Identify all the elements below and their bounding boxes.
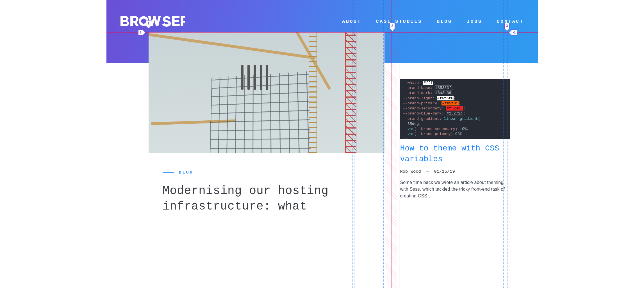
eyebrow-line-icon (163, 172, 174, 173)
nav-case-studies[interactable]: CASE STUDIES (376, 19, 422, 24)
meta-separator: — (426, 169, 429, 174)
nav-jobs[interactable]: JOBS (467, 19, 482, 24)
featured-post-category: BLOG (179, 170, 194, 175)
secondary-post-title: How to theme with CSS variables (400, 143, 510, 165)
logo-link[interactable] (120, 15, 185, 28)
featured-post-image (149, 32, 384, 153)
primary-nav: ABOUT CASE STUDIES BLOG JOBS CONTACT (342, 19, 524, 24)
secondary-post-image: --white: #fff; --brand-base: #35383f; --… (400, 79, 510, 139)
svg-point-0 (140, 17, 147, 24)
featured-post-body: BLOG Modernising our hosting infrastruct… (149, 153, 384, 222)
nav-blog[interactable]: BLOG (437, 19, 452, 24)
nav-about[interactable]: ABOUT (342, 19, 361, 24)
secondary-post-card[interactable]: --white: #fff; --brand-base: #35383f; --… (400, 79, 510, 222)
featured-post-card[interactable]: BLOG Modernising our hosting infrastruct… (149, 32, 384, 222)
secondary-post-author: Rob Wood (400, 169, 421, 174)
browser-logo (120, 15, 185, 27)
featured-post-title: Modernising our hosting infrastructure: … (163, 183, 370, 214)
nav-contact[interactable]: CONTACT (497, 19, 524, 24)
secondary-post-excerpt: Some time back we wrote an article about… (400, 179, 510, 199)
secondary-post-meta: Rob Wood — 01/15/19 (400, 169, 510, 174)
site-header: ABOUT CASE STUDIES BLOG JOBS CONTACT (106, 0, 538, 32)
secondary-post-date: 01/15/19 (434, 169, 455, 174)
